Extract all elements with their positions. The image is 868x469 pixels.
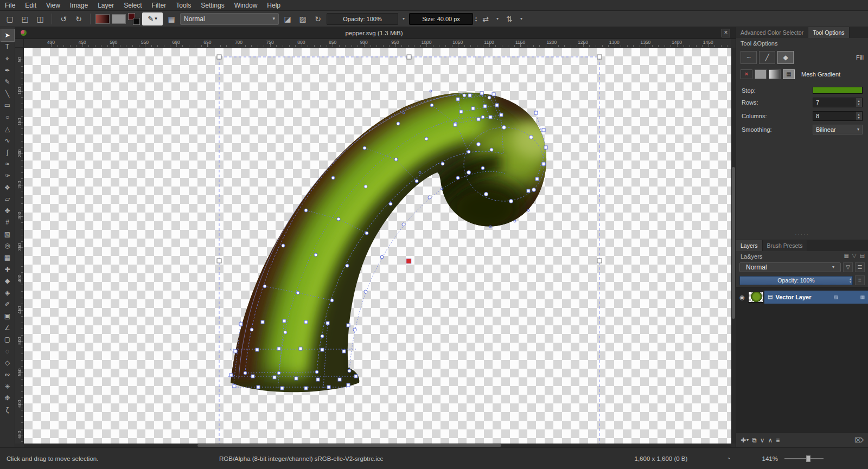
delete-layer-button[interactable]: ⌦ — [854, 437, 864, 444]
toolbox-tool[interactable]: ✐ — [1, 299, 14, 311]
fill-gradient-button[interactable] — [769, 69, 781, 79]
toolbox-tool[interactable]: ✚ — [1, 264, 14, 275]
vertical-scrollbar[interactable] — [731, 48, 736, 444]
menu-item[interactable]: Window — [229, 0, 263, 11]
spin-down-icon[interactable]: ▾ — [850, 280, 851, 284]
toolbox-tool[interactable]: ∾ — [1, 369, 14, 381]
reload-preset-button[interactable]: ↻ — [311, 12, 324, 25]
toolbox-tool[interactable]: ∿ — [1, 134, 14, 146]
zoom-slider-thumb[interactable] — [806, 455, 810, 462]
toolbox-tool[interactable]: ➤ — [1, 29, 14, 41]
horizontal-scrollbar[interactable] — [24, 444, 731, 447]
menu-item[interactable]: Layer — [93, 0, 119, 11]
toolbox-tool[interactable]: △ — [1, 123, 14, 135]
menu-item[interactable]: Tools — [171, 0, 196, 11]
columns-spinbox[interactable]: 8 ▴▾ — [813, 111, 863, 121]
toolbox-tool[interactable]: ζ — [1, 404, 14, 416]
menu-item[interactable]: Edit — [20, 0, 41, 11]
open-document-button[interactable]: ◰ — [18, 12, 31, 25]
toolbox-tool[interactable]: ❖ — [1, 182, 14, 194]
menu-item[interactable]: Image — [65, 0, 93, 11]
pattern-swatch[interactable] — [112, 14, 126, 24]
menu-item[interactable]: View — [41, 0, 65, 11]
toolbox-tool[interactable]: ▦ — [1, 252, 14, 264]
blending-mode-combo[interactable]: Normal ▾ — [180, 13, 279, 25]
opacity-spin-arrows[interactable]: ▴▾ — [850, 277, 851, 284]
fill-button[interactable]: ◆ — [777, 51, 794, 64]
layer-name-area[interactable]: ▤ Vector Layer ▨ ▦ — [764, 291, 868, 304]
menu-item[interactable]: Help — [262, 0, 285, 11]
tab-tool-options[interactable]: Tool Options — [808, 27, 849, 38]
edit-brush-settings-button[interactable]: ✎ ▾ — [142, 12, 163, 25]
toolbox-tool[interactable]: ✳ — [1, 381, 14, 393]
toolbox-tool[interactable]: T — [1, 41, 14, 53]
add-layer-button[interactable]: ✚▾ — [741, 437, 749, 444]
layer-grid-icon[interactable]: ▦ — [844, 253, 848, 259]
save-document-button[interactable]: ◫ — [34, 12, 47, 25]
tab-advanced-color-selector[interactable]: Advanced Color Selector — [736, 27, 808, 38]
menu-item[interactable]: Settings — [196, 0, 229, 11]
choose-brush-preset-button[interactable]: ▦ — [165, 12, 178, 25]
smoothing-combo[interactable]: Bilinear ▾ — [813, 125, 863, 134]
toolbox-tool[interactable]: ✥ — [1, 205, 14, 217]
fill-none-button[interactable]: ✕ — [741, 69, 752, 79]
layer-properties-button[interactable]: ≡ — [776, 437, 780, 444]
layer-thumbnail[interactable] — [748, 292, 763, 303]
duplicate-layer-button[interactable]: ⧉ — [752, 437, 757, 444]
rows-spinbox[interactable]: 7 ▴▾ — [813, 98, 863, 107]
mirror-vertical-button[interactable]: ⇅ — [503, 12, 516, 25]
toolbox-tool[interactable]: ✒ — [1, 65, 14, 76]
move-layer-up-button[interactable]: ∧ — [768, 437, 773, 444]
toolbox-tool[interactable]: ʃ — [1, 146, 14, 158]
layer-list[interactable]: ◉ ▤ Vector Layer ▨ ▦ — [736, 287, 868, 433]
scrollbar-handle[interactable] — [732, 167, 735, 319]
spin-down-icon[interactable]: ▾ — [858, 116, 859, 119]
toolbox-tool[interactable]: ▣ — [1, 310, 14, 322]
stroke-line-button[interactable]: ╱ — [759, 51, 775, 64]
menu-item[interactable]: Filter — [147, 0, 171, 11]
mirror-horizontal-dropdown[interactable]: ▾ — [494, 13, 501, 25]
toolbox-tool[interactable]: ◎ — [1, 240, 14, 252]
canvas[interactable] — [24, 48, 731, 444]
toolbox-tool[interactable]: ✎ — [1, 76, 14, 88]
undo-button[interactable]: ↺ — [57, 12, 70, 25]
layer-visibility-eye-icon[interactable]: ◉ — [736, 294, 748, 300]
close-document-button[interactable]: ✕ — [722, 29, 730, 37]
toolbox-tool[interactable]: ◇ — [1, 357, 14, 369]
move-layer-down-button[interactable]: ∨ — [760, 437, 765, 444]
toolbox-tool[interactable]: ◈ — [1, 287, 14, 299]
toolbox-tool[interactable]: ▢ — [1, 333, 14, 345]
layer-opacity-slider[interactable]: Opacity: 100% ▴▾ — [739, 276, 853, 285]
layer-list-icon[interactable]: ▤ — [860, 253, 865, 259]
spin-arrows[interactable]: ▴▾ — [855, 112, 862, 120]
fill-mesh-gradient-button[interactable]: ▦ — [783, 69, 795, 79]
toolbox-tool[interactable]: ╲ — [1, 88, 14, 100]
opacity-slider[interactable]: Opacity: 100% — [327, 13, 398, 25]
size-slider[interactable]: Size: 40.00 px — [409, 13, 473, 25]
fill-solid-button[interactable] — [755, 69, 767, 79]
tab-brush-presets[interactable]: Brush Presets — [763, 240, 808, 251]
redo-button[interactable]: ↻ — [72, 12, 85, 25]
size-spinner[interactable]: ▴ ▾ — [475, 16, 477, 22]
stop-color-swatch[interactable] — [813, 87, 863, 94]
toolbox-tool[interactable]: ▱ — [1, 193, 14, 205]
layer-view-mode-button[interactable]: ☰ — [855, 262, 865, 272]
menu-item[interactable]: File — [0, 0, 20, 11]
toolbox-tool[interactable]: ○ — [1, 111, 14, 123]
layer-row-vector-layer[interactable]: ◉ ▤ Vector Layer ▨ ▦ — [736, 291, 868, 304]
toolbox-tool[interactable]: ⌖ — [1, 53, 14, 65]
toolbox-tool[interactable]: ▧ — [1, 228, 14, 240]
scrollbar-handle[interactable] — [197, 444, 501, 447]
toolbox-tool[interactable]: ▭ — [1, 100, 14, 112]
stroke-dashes-button[interactable]: ┄ — [741, 51, 757, 64]
menu-item[interactable]: Select — [119, 0, 146, 11]
toolbox-tool[interactable]: ∠ — [1, 322, 14, 334]
toolbox-tool[interactable]: ≈ — [1, 158, 14, 170]
new-document-button[interactable]: ▢ — [3, 12, 16, 25]
preserve-alpha-toggle-button[interactable]: ▨ — [296, 12, 309, 25]
docker-resize-handle[interactable]: ····· — [736, 229, 868, 240]
layer-options-button[interactable]: ≡ — [855, 275, 865, 285]
gradient-swatch[interactable] — [95, 14, 110, 24]
spin-arrows[interactable]: ▴▾ — [855, 98, 862, 107]
toolbox-tool[interactable]: ❉ — [1, 392, 14, 404]
